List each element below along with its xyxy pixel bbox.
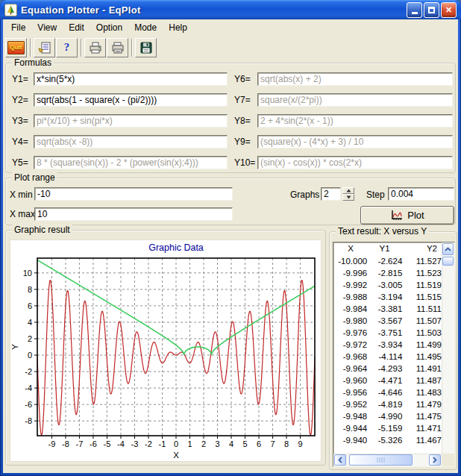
formula-label-y9: Y9= <box>234 137 251 147</box>
spin-up-icon[interactable] <box>342 187 354 194</box>
xmin-input[interactable] <box>34 187 233 201</box>
formula-input-y6[interactable] <box>257 72 453 86</box>
toolbar-separator <box>30 39 31 57</box>
cell-value: 11.503 <box>402 327 442 339</box>
menu-file[interactable]: File <box>5 21 31 34</box>
table-row[interactable]: -9.956-4.64611.483 <box>334 386 442 398</box>
formula-label-y3: Y3= <box>12 116 28 126</box>
table-row[interactable]: -9.944-5.15911.471 <box>334 422 442 434</box>
plot-button-icon <box>390 210 403 221</box>
table-row[interactable]: -9.948-4.99011.475 <box>334 410 442 422</box>
cell-value: 11.491 <box>402 363 442 375</box>
vertical-scrollbar[interactable] <box>442 242 454 466</box>
cell-value: -9.980 <box>334 315 367 327</box>
cell-value: -9.996 <box>334 267 367 279</box>
cell-value: -9.972 <box>334 339 367 351</box>
svg-text:5: 5 <box>242 439 247 448</box>
maximize-icon[interactable] <box>424 2 439 18</box>
formula-input-y5[interactable] <box>34 156 228 169</box>
close-icon[interactable]: ✕ <box>441 2 457 18</box>
cell-value: -9.992 <box>334 279 367 291</box>
cell-value: 11.515 <box>402 291 442 303</box>
svg-text:-8: -8 <box>62 439 69 448</box>
svg-text:6: 6 <box>28 301 32 310</box>
table-row[interactable]: -9.952-4.81911.479 <box>334 398 442 410</box>
column-header: X <box>334 242 367 255</box>
save-button[interactable] <box>135 38 157 57</box>
formula-label-y8: Y8= <box>234 116 251 126</box>
xmin-label: X min <box>10 190 33 200</box>
svg-text:4: 4 <box>229 439 233 448</box>
graphic-result-legend: Graphic result <box>12 225 72 235</box>
help-button[interactable]: ? <box>56 38 78 57</box>
step-input[interactable] <box>388 187 454 201</box>
table-row[interactable]: -9.964-4.29311.491 <box>334 363 442 375</box>
table-row[interactable]: -9.992-3.00511.519 <box>334 279 442 291</box>
svg-text:Graphic Data: Graphic Data <box>148 242 204 253</box>
text-result-group: Text result: X versus Y XY1Y2-10.000-2.6… <box>329 231 457 470</box>
formula-input-y2[interactable] <box>34 93 228 107</box>
svg-text:8: 8 <box>28 285 32 294</box>
quit-button[interactable]: Quit <box>5 38 27 57</box>
menubar: File View Edit Option Mode Help <box>3 19 458 36</box>
formula-label-y6: Y6= <box>234 74 251 84</box>
cell-value: -9.940 <box>334 434 367 446</box>
table-row[interactable]: -9.996-2.81511.523 <box>334 267 442 279</box>
spin-down-icon[interactable] <box>342 194 354 201</box>
svg-text:-7: -7 <box>76 439 84 448</box>
minimize-icon[interactable] <box>407 2 422 18</box>
app-window: Equation Plotter - EqPlot ✕ File View Ed… <box>0 0 461 476</box>
cell-value: -4.819 <box>367 398 402 410</box>
cell-value: -9.948 <box>334 410 367 422</box>
formula-input-y9[interactable] <box>257 135 453 148</box>
titlebar[interactable]: Equation Plotter - EqPlot ✕ <box>0 0 461 19</box>
cell-value: -9.960 <box>334 375 367 386</box>
table-row[interactable]: -10.000-2.62411.527 <box>334 255 442 267</box>
text-result-legend: Text result: X versus Y <box>336 226 429 237</box>
graphic-result-group: Graphic result -9-8-7-6-5-4-3-2-10123456… <box>5 230 326 466</box>
table-row[interactable]: -9.980-3.56711.507 <box>334 315 442 327</box>
table-row[interactable]: -9.976-3.75111.503 <box>334 327 442 339</box>
print-preview-icon <box>89 41 102 54</box>
toolbar-separator <box>81 39 82 57</box>
toolbar: Quit ? <box>3 36 458 59</box>
table-row[interactable]: -9.988-3.19411.515 <box>334 291 442 303</box>
svg-text:X: X <box>173 451 179 460</box>
horizontal-scroll-thumb[interactable] <box>349 454 413 466</box>
formula-input-y4[interactable] <box>34 135 228 148</box>
print-button[interactable] <box>107 38 128 57</box>
plot-button[interactable]: Plot <box>360 206 454 225</box>
menu-option[interactable]: Option <box>90 21 128 34</box>
horizontal-scrollbar[interactable] <box>333 454 442 466</box>
scroll-left-icon[interactable] <box>334 454 346 466</box>
formula-input-y8[interactable] <box>257 114 453 128</box>
menu-edit[interactable]: Edit <box>63 21 90 34</box>
table-row[interactable]: -9.940-5.32611.467 <box>334 434 442 446</box>
scroll-right-icon[interactable] <box>429 454 441 466</box>
table-row[interactable]: -9.968-4.11411.495 <box>334 351 442 363</box>
formula-input-y1[interactable] <box>34 72 228 86</box>
graphs-input[interactable] <box>321 187 341 201</box>
formula-input-y10[interactable] <box>257 156 453 169</box>
notes-button[interactable] <box>34 38 55 57</box>
menu-mode[interactable]: Mode <box>128 21 163 34</box>
formula-input-y7[interactable] <box>257 93 453 107</box>
column-header: Y2 <box>402 242 442 255</box>
cell-value: -9.968 <box>334 351 367 363</box>
cell-value: 11.475 <box>402 410 442 422</box>
svg-text:-1: -1 <box>159 439 166 448</box>
table-row[interactable]: -9.972-3.93411.499 <box>334 339 442 351</box>
xmax-input[interactable] <box>34 207 233 221</box>
table-row[interactable]: -9.984-3.38111.511 <box>334 303 442 315</box>
formula-input-y3[interactable] <box>34 114 228 128</box>
print-preview-button[interactable] <box>84 38 106 57</box>
menu-view[interactable]: View <box>31 21 63 34</box>
cell-value: 11.467 <box>402 434 442 446</box>
table-row[interactable]: -9.960-4.47111.487 <box>334 375 442 386</box>
menu-help[interactable]: Help <box>163 21 193 34</box>
cell-value: 11.495 <box>402 351 442 363</box>
cell-value: -9.984 <box>334 303 367 315</box>
scroll-up-icon[interactable] <box>442 243 454 255</box>
vertical-scroll-thumb[interactable] <box>442 257 454 266</box>
svg-text:-4: -4 <box>25 383 32 392</box>
